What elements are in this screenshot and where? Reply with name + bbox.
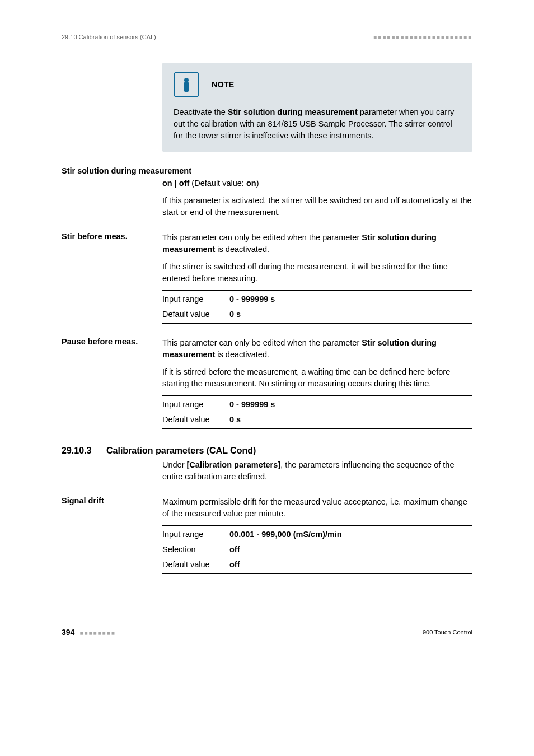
param-stir-during: Stir solution during measurement [62, 166, 472, 175]
note-box: NOTE Deactivate the Stir solution during… [162, 63, 472, 152]
param-label: Pause before meas. [62, 337, 162, 432]
range-val-selection: off [229, 544, 240, 556]
param-desc: If this parameter is activated, the stir… [162, 195, 472, 218]
range-key-input: Input range [162, 529, 229, 540]
param-stir-before-p1: This parameter can only be edited when t… [162, 232, 472, 255]
range-key-default: Default value [162, 414, 229, 426]
page-footer: 394 ■■■■■■■■ 900 Touch Control [62, 628, 472, 637]
param-options: on | off [162, 179, 189, 188]
footer-product: 900 Touch Control [423, 629, 472, 636]
range-table: Input range 0 - 999999 s Default value 0… [162, 395, 472, 429]
section-title: Calibration parameters (CAL Cond) [106, 446, 256, 456]
running-header-dashes: ■■■■■■■■■■■■■■■■■■■■■■ [373, 34, 472, 40]
param-pause-before: Pause before meas. This parameter can on… [62, 337, 472, 432]
section-intro: Under [Calibration parameters], the para… [162, 459, 472, 483]
range-val-default: 0 s [229, 309, 241, 320]
section-number: 29.10.3 [62, 446, 106, 456]
param-paren: ) [256, 179, 259, 188]
intro-pre: Under [162, 460, 187, 469]
param-pause-p1: This parameter can only be edited when t… [162, 337, 472, 361]
note-title: NOTE [212, 80, 234, 89]
note-body-pre: Deactivate the [174, 108, 228, 116]
param-stir-before-p2: If the stirrer is switched off during th… [162, 261, 472, 284]
range-key-default: Default value [162, 309, 229, 320]
range-val-input: 00.001 - 999,000 (mS/cm)/min [229, 529, 342, 540]
param-default-val: on [246, 179, 256, 188]
range-table: Input range 0 - 999999 s Default value 0… [162, 290, 472, 324]
p1-post: is deactivated. [215, 245, 269, 254]
intro-bold: [Calibration parameters] [187, 460, 281, 469]
range-key-selection: Selection [162, 544, 229, 556]
param-label: Stir before meas. [62, 232, 162, 327]
param-stir-before: Stir before meas. This parameter can onl… [62, 232, 472, 327]
section-heading: 29.10.3 Calibration parameters (CAL Cond… [62, 446, 472, 456]
param-pause-p2: If it is stirred before the measurement,… [162, 366, 472, 390]
range-key-input: Input range [162, 293, 229, 305]
note-body-bold: Stir solution during measurement [228, 108, 358, 116]
param-default-text: (Default value: [189, 179, 246, 188]
page-number: 394 [62, 628, 74, 637]
param-signal-drift: Signal drift Maximum permissible drift f… [62, 496, 472, 577]
param-label: Signal drift [62, 496, 162, 577]
param-options-line: on | off (Default value: on) [162, 178, 472, 189]
range-val-default: 0 s [229, 414, 241, 426]
range-val-input: 0 - 999999 s [229, 399, 275, 410]
pp1-post: is deactivated. [215, 350, 269, 359]
pp1-pre: This parameter can only be edited when t… [162, 338, 362, 347]
range-key-input: Input range [162, 399, 229, 410]
running-header: 29.10 Calibration of sensors (CAL) ■■■■■… [62, 34, 472, 40]
footer-dashes: ■■■■■■■■ [79, 630, 115, 636]
param-label: Stir solution during measurement [62, 166, 191, 175]
signal-drift-desc: Maximum permissible drift for the measur… [162, 496, 472, 520]
range-val-input: 0 - 999999 s [229, 293, 275, 305]
note-body: Deactivate the Stir solution during meas… [174, 106, 461, 142]
range-table: Input range 00.001 - 999,000 (mS/cm)/min… [162, 525, 472, 574]
p1-pre: This parameter can only be edited when t… [162, 233, 362, 242]
info-icon [174, 72, 199, 97]
range-key-default: Default value [162, 559, 229, 571]
running-header-section: 29.10 Calibration of sensors (CAL) [62, 34, 156, 40]
range-val-default: off [229, 559, 240, 571]
